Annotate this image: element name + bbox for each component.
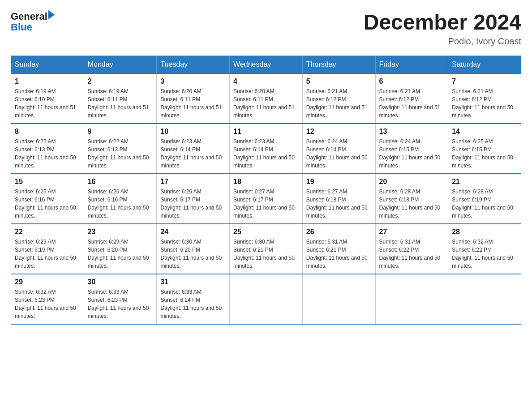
day-number: 23 — [88, 228, 153, 236]
sunset-label: Sunset: 6:13 PM — [15, 146, 55, 153]
day-info: Sunrise: 6:26 AM Sunset: 6:16 PM Dayligh… — [88, 188, 153, 220]
sunrise-label: Sunrise: 6:32 AM — [15, 289, 56, 295]
calendar-cell: 25 Sunrise: 6:30 AM Sunset: 6:21 PM Dayl… — [230, 224, 303, 274]
daylight-label: Daylight: 11 hours and 50 minutes. — [88, 305, 149, 319]
sunset-label: Sunset: 6:20 PM — [160, 247, 200, 253]
calendar-cell: 10 Sunrise: 6:23 AM Sunset: 6:14 PM Dayl… — [157, 124, 230, 174]
day-number: 6 — [379, 77, 445, 86]
sunset-label: Sunset: 6:12 PM — [379, 96, 419, 103]
sunrise-label: Sunrise: 6:22 AM — [88, 138, 129, 145]
calendar-cell: 21 Sunrise: 6:28 AM Sunset: 6:19 PM Dayl… — [448, 174, 521, 224]
day-number: 18 — [233, 178, 299, 186]
day-info: Sunrise: 6:23 AM Sunset: 6:14 PM Dayligh… — [160, 137, 226, 170]
sunrise-label: Sunrise: 6:23 AM — [233, 138, 274, 145]
calendar-cell: 29 Sunrise: 6:32 AM Sunset: 6:23 PM Dayl… — [11, 274, 84, 324]
day-info: Sunrise: 6:21 AM Sunset: 6:12 PM Dayligh… — [379, 87, 445, 120]
sunset-label: Sunset: 6:21 PM — [306, 247, 346, 253]
calendar-cell: 16 Sunrise: 6:26 AM Sunset: 6:16 PM Dayl… — [84, 174, 157, 224]
calendar-cell: 8 Sunrise: 6:22 AM Sunset: 6:13 PM Dayli… — [11, 124, 84, 174]
daylight-label: Daylight: 11 hours and 50 minutes. — [379, 154, 441, 169]
day-info: Sunrise: 6:26 AM Sunset: 6:17 PM Dayligh… — [160, 188, 226, 220]
day-number: 17 — [160, 178, 226, 186]
sunrise-label: Sunrise: 6:29 AM — [88, 239, 129, 245]
sunrise-label: Sunrise: 6:27 AM — [233, 188, 274, 195]
day-number: 20 — [379, 178, 445, 186]
calendar-cell: 19 Sunrise: 6:27 AM Sunset: 6:18 PM Dayl… — [302, 174, 375, 224]
calendar-cell: 1 Sunrise: 6:19 AM Sunset: 6:10 PM Dayli… — [11, 73, 84, 124]
daylight-label: Daylight: 11 hours and 50 minutes. — [88, 154, 149, 169]
daylight-label: Daylight: 11 hours and 50 minutes. — [233, 255, 295, 269]
sunset-label: Sunset: 6:12 PM — [306, 96, 346, 103]
sunset-label: Sunset: 6:15 PM — [379, 146, 419, 153]
sunrise-label: Sunrise: 6:19 AM — [15, 88, 56, 94]
daylight-label: Daylight: 11 hours and 50 minutes. — [160, 154, 222, 169]
daylight-label: Daylight: 11 hours and 50 minutes. — [452, 255, 513, 269]
calendar-header-row: SundayMondayTuesdayWednesdayThursdayFrid… — [11, 56, 521, 73]
page-header: General Blue December 2024 Podio, Ivory … — [11, 11, 521, 47]
sunset-label: Sunset: 6:22 PM — [452, 247, 492, 253]
day-number: 4 — [233, 77, 299, 86]
calendar-cell: 9 Sunrise: 6:22 AM Sunset: 6:13 PM Dayli… — [84, 124, 157, 174]
day-number: 1 — [15, 77, 80, 86]
sunset-label: Sunset: 6:14 PM — [306, 146, 346, 153]
sunrise-label: Sunrise: 6:21 AM — [379, 88, 420, 94]
daylight-label: Daylight: 11 hours and 51 minutes. — [233, 104, 295, 119]
day-number: 3 — [160, 77, 226, 86]
day-number: 8 — [15, 128, 80, 136]
sunset-label: Sunset: 6:16 PM — [88, 197, 128, 203]
daylight-label: Daylight: 11 hours and 50 minutes. — [452, 154, 513, 169]
day-info: Sunrise: 6:30 AM Sunset: 6:20 PM Dayligh… — [160, 238, 226, 270]
day-number: 2 — [88, 77, 153, 86]
sunrise-label: Sunrise: 6:25 AM — [15, 188, 56, 195]
weekday-header-tuesday: Tuesday — [157, 56, 230, 73]
sunset-label: Sunset: 6:15 PM — [452, 146, 492, 153]
day-info: Sunrise: 6:29 AM Sunset: 6:20 PM Dayligh… — [88, 238, 153, 270]
calendar-cell: 15 Sunrise: 6:25 AM Sunset: 6:16 PM Dayl… — [11, 174, 84, 224]
calendar-cell: 24 Sunrise: 6:30 AM Sunset: 6:20 PM Dayl… — [157, 224, 230, 274]
day-info: Sunrise: 6:25 AM Sunset: 6:16 PM Dayligh… — [15, 188, 80, 220]
sunrise-label: Sunrise: 6:22 AM — [15, 138, 56, 145]
calendar-week-row: 8 Sunrise: 6:22 AM Sunset: 6:13 PM Dayli… — [11, 124, 521, 174]
day-info: Sunrise: 6:21 AM Sunset: 6:12 PM Dayligh… — [306, 87, 372, 120]
daylight-label: Daylight: 11 hours and 50 minutes. — [379, 205, 441, 219]
sunrise-label: Sunrise: 6:26 AM — [160, 188, 201, 195]
day-info: Sunrise: 6:24 AM Sunset: 6:15 PM Dayligh… — [379, 137, 445, 170]
sunrise-label: Sunrise: 6:28 AM — [452, 188, 493, 195]
daylight-label: Daylight: 11 hours and 50 minutes. — [160, 305, 222, 319]
day-number: 24 — [160, 228, 226, 236]
day-number: 21 — [452, 178, 517, 186]
sunrise-label: Sunrise: 6:24 AM — [379, 138, 420, 145]
daylight-label: Daylight: 11 hours and 50 minutes. — [15, 154, 76, 169]
calendar-cell: 4 Sunrise: 6:20 AM Sunset: 6:11 PM Dayli… — [230, 73, 303, 124]
daylight-label: Daylight: 11 hours and 50 minutes. — [306, 205, 368, 219]
day-number: 15 — [15, 178, 80, 186]
day-number: 30 — [88, 278, 153, 286]
day-number: 22 — [15, 228, 80, 236]
sunrise-label: Sunrise: 6:21 AM — [306, 88, 347, 94]
calendar-week-row: 22 Sunrise: 6:29 AM Sunset: 6:19 PM Dayl… — [11, 224, 521, 274]
day-info: Sunrise: 6:22 AM Sunset: 6:13 PM Dayligh… — [15, 137, 80, 170]
logo-triangle-icon — [48, 10, 55, 19]
logo-blue-text: Blue — [11, 21, 32, 33]
day-info: Sunrise: 6:25 AM Sunset: 6:15 PM Dayligh… — [452, 137, 517, 170]
sunrise-label: Sunrise: 6:21 AM — [452, 88, 493, 94]
page-title: December 2024 — [364, 11, 521, 34]
calendar-cell: 14 Sunrise: 6:25 AM Sunset: 6:15 PM Dayl… — [448, 124, 521, 174]
day-number: 7 — [452, 77, 517, 86]
day-info: Sunrise: 6:22 AM Sunset: 6:13 PM Dayligh… — [88, 137, 153, 170]
day-info: Sunrise: 6:32 AM Sunset: 6:23 PM Dayligh… — [15, 288, 80, 320]
sunrise-label: Sunrise: 6:33 AM — [88, 289, 129, 295]
daylight-label: Daylight: 11 hours and 50 minutes. — [160, 255, 222, 269]
calendar-cell: 2 Sunrise: 6:19 AM Sunset: 6:11 PM Dayli… — [84, 73, 157, 124]
sunset-label: Sunset: 6:19 PM — [452, 197, 492, 203]
calendar-cell: 5 Sunrise: 6:21 AM Sunset: 6:12 PM Dayli… — [302, 73, 375, 124]
sunrise-label: Sunrise: 6:30 AM — [233, 239, 274, 245]
weekday-header-sunday: Sunday — [11, 56, 84, 73]
calendar-cell: 20 Sunrise: 6:28 AM Sunset: 6:18 PM Dayl… — [375, 174, 448, 224]
sunrise-label: Sunrise: 6:28 AM — [379, 188, 420, 195]
calendar-cell: 31 Sunrise: 6:33 AM Sunset: 6:24 PM Dayl… — [157, 274, 230, 324]
day-info: Sunrise: 6:32 AM Sunset: 6:22 PM Dayligh… — [452, 238, 517, 270]
daylight-label: Daylight: 11 hours and 50 minutes. — [306, 255, 368, 269]
calendar-week-row: 29 Sunrise: 6:32 AM Sunset: 6:23 PM Dayl… — [11, 274, 521, 324]
sunrise-label: Sunrise: 6:31 AM — [379, 239, 420, 245]
